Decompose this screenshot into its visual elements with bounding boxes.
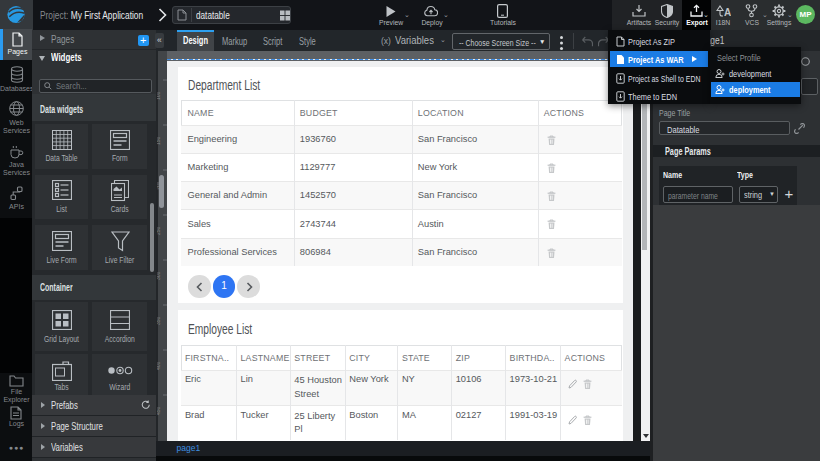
svg-text:400: 400 xyxy=(157,361,161,370)
svg-text:A: A xyxy=(724,7,731,18)
svg-text:250: 250 xyxy=(157,226,161,235)
svg-text:150: 150 xyxy=(157,136,161,145)
svg-text:450: 450 xyxy=(157,406,161,415)
svg-text:300: 300 xyxy=(157,271,161,280)
svg-text:100: 100 xyxy=(157,91,161,100)
svg-text:350: 350 xyxy=(157,316,161,325)
